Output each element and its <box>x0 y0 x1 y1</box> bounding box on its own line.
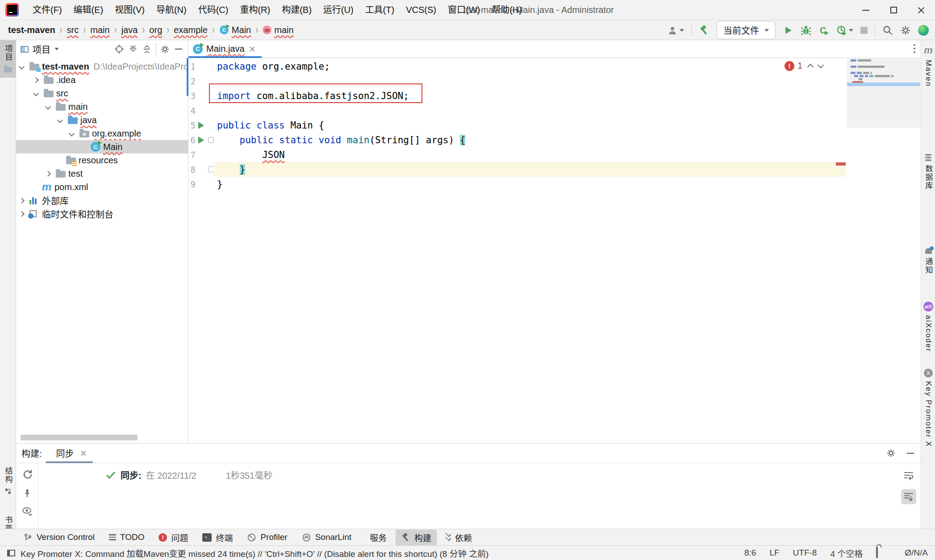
toolwindow-button-Version Control[interactable]: Version Control <box>18 531 100 544</box>
tree-item-pom.xml[interactable]: mpom.xml <box>16 180 188 194</box>
menu-item[interactable]: VCS(S) <box>400 0 442 20</box>
maximize-button[interactable] <box>880 0 907 20</box>
chevron-down-icon[interactable] <box>34 91 44 95</box>
pin-button[interactable] <box>22 488 32 498</box>
debug-button[interactable] <box>801 25 811 36</box>
stop-button[interactable] <box>860 27 868 34</box>
close-tab-icon[interactable] <box>249 46 255 52</box>
hide-panel-button[interactable] <box>174 44 184 54</box>
error-stripe-mark[interactable] <box>836 162 846 166</box>
run-configuration-select[interactable]: 当前文件 <box>717 21 776 39</box>
build-status-row[interactable]: 同步: 在 2022/11/2 1秒351毫秒 <box>105 469 272 481</box>
tree-item-java[interactable]: java <box>16 113 188 127</box>
breadcrumb-item[interactable]: CMain <box>219 25 251 35</box>
horizontal-scrollbar[interactable] <box>21 435 138 440</box>
tree-item-.idea[interactable]: .idea <box>16 73 188 87</box>
line-ending[interactable]: LF <box>769 548 779 558</box>
tree-item-Main[interactable]: CMain <box>16 140 188 153</box>
tree-item-src[interactable]: src <box>16 87 188 100</box>
code-line-9[interactable]: 9} <box>188 177 921 191</box>
tree-item-org.example[interactable]: org.example <box>16 127 188 140</box>
code-editor[interactable]: 1package org.example;23import com.alibab… <box>188 59 921 191</box>
breadcrumb-item[interactable]: java <box>121 25 138 35</box>
breadcrumb-item[interactable]: test-maven <box>8 25 55 35</box>
wrap-button[interactable] <box>901 468 916 483</box>
breadcrumb-item[interactable]: src <box>67 25 79 35</box>
project-panel-title[interactable]: 项目 <box>33 43 50 56</box>
toolwindow-button-依赖[interactable]: 依赖 <box>440 530 477 545</box>
breadcrumb-item[interactable]: example <box>174 25 208 35</box>
previous-error-icon[interactable] <box>807 63 814 70</box>
toolwindow-button-问题[interactable]: !问题 <box>153 530 193 545</box>
toolwindow-button-构建[interactable]: 构建 <box>396 530 437 545</box>
eye-button[interactable] <box>22 506 33 517</box>
run-with-coverage-button[interactable]: C <box>818 25 829 36</box>
tree-item-外部库[interactable]: 外部库 <box>16 194 188 207</box>
toolwindow-button-服务[interactable]: 服务 <box>360 530 392 545</box>
code-line-6[interactable]: 6 public static void main(String[] args)… <box>188 133 921 147</box>
code-line-5[interactable]: 5public class Main { <box>188 118 921 133</box>
search-everywhere-button[interactable] <box>882 25 893 36</box>
caret-position[interactable]: 8:6 <box>744 548 756 558</box>
chevron-right-icon[interactable] <box>46 172 56 176</box>
toolwindow-button-TODO[interactable]: TODO <box>104 531 150 544</box>
tree-item-临时文件和控制台[interactable]: 临时文件和控制台 <box>16 207 188 220</box>
error-count-group[interactable]: ! 1 <box>785 61 802 71</box>
encoding[interactable]: UTF-8 <box>793 548 817 558</box>
code-line-4[interactable]: 4 <box>188 103 921 118</box>
menu-item[interactable]: 工具(T) <box>359 0 401 20</box>
chevron-down-icon[interactable] <box>46 105 56 109</box>
project-settings-gear-icon[interactable] <box>160 45 170 54</box>
menu-item[interactable]: 重构(R) <box>234 0 276 20</box>
next-error-icon[interactable] <box>818 62 824 68</box>
run-gutter-icon[interactable] <box>196 137 206 144</box>
lock-icon[interactable] <box>876 548 878 558</box>
code-line-8[interactable]: 8 } <box>188 162 921 177</box>
chevron-down-icon[interactable] <box>54 48 59 50</box>
menu-item[interactable]: 编辑(E) <box>68 0 109 20</box>
chevron-right-icon[interactable] <box>20 199 29 203</box>
menu-item[interactable]: 视图(V) <box>109 0 150 20</box>
stripe-button-数据库[interactable]: 数据库 <box>921 154 935 190</box>
refresh-button[interactable] <box>22 469 33 480</box>
expand-all-button[interactable] <box>128 44 138 54</box>
code-minimap[interactable] <box>847 57 920 128</box>
locate-file-button[interactable] <box>114 44 124 54</box>
tree-item-resources[interactable]: resources <box>16 153 188 167</box>
code-line-7[interactable]: 7 JSON <box>188 147 921 162</box>
settings-button[interactable] <box>900 25 911 36</box>
stripe-button-项目[interactable]: 项目 <box>0 40 16 78</box>
stripe-button-Key Promoter X[interactable]: XKey Promoter X <box>921 369 935 447</box>
hide-build-panel-button[interactable] <box>906 448 915 458</box>
indent-setting[interactable]: 4 个空格 <box>830 547 863 559</box>
tool-window-toggle-icon[interactable] <box>7 550 15 556</box>
build-tab-sync[interactable]: 同步 <box>54 444 89 463</box>
chevron-down-icon[interactable] <box>20 65 29 69</box>
memory-indicator[interactable]: Ø/N/A <box>905 548 928 558</box>
close-tab-icon[interactable] <box>80 450 87 456</box>
menu-item[interactable]: 构建(B) <box>276 0 317 20</box>
profiler-run-button[interactable] <box>836 25 853 36</box>
menu-item[interactable]: 代码(C) <box>192 0 234 20</box>
breadcrumb-item[interactable]: mmain <box>263 25 293 35</box>
fold-marker-icon[interactable] <box>206 137 215 143</box>
chevron-down-icon[interactable] <box>70 132 79 136</box>
tree-item-test-maven[interactable]: test-mavenD:\IdeaProjects\IdeaProje <box>16 60 188 73</box>
toolwindow-button-SonarLint[interactable]: SonarLint <box>296 531 357 544</box>
scrollend-button[interactable] <box>901 489 916 504</box>
chevron-right-icon[interactable] <box>34 78 44 82</box>
menu-item[interactable]: 导航(N) <box>150 0 192 20</box>
stripe-button-通知[interactable]: 通知 <box>921 248 935 274</box>
toolwindow-button-终端[interactable]: >_终端 <box>197 530 238 545</box>
chevron-down-icon[interactable] <box>58 118 68 122</box>
stripe-button-结构[interactable]: 结构 <box>0 462 16 500</box>
more-tabs-icon[interactable] <box>914 44 915 55</box>
plugin-sphere-button[interactable] <box>918 25 929 36</box>
tab-main-java[interactable]: C Main.java <box>188 40 262 58</box>
minimize-button[interactable] <box>852 0 880 20</box>
collapse-all-button[interactable] <box>142 44 152 54</box>
close-button[interactable] <box>907 0 935 20</box>
run-gutter-icon[interactable] <box>196 122 206 129</box>
tree-item-main[interactable]: main <box>16 100 188 113</box>
status-message[interactable]: Key Promoter X: Command 加载Maven变更 missed… <box>21 547 488 559</box>
